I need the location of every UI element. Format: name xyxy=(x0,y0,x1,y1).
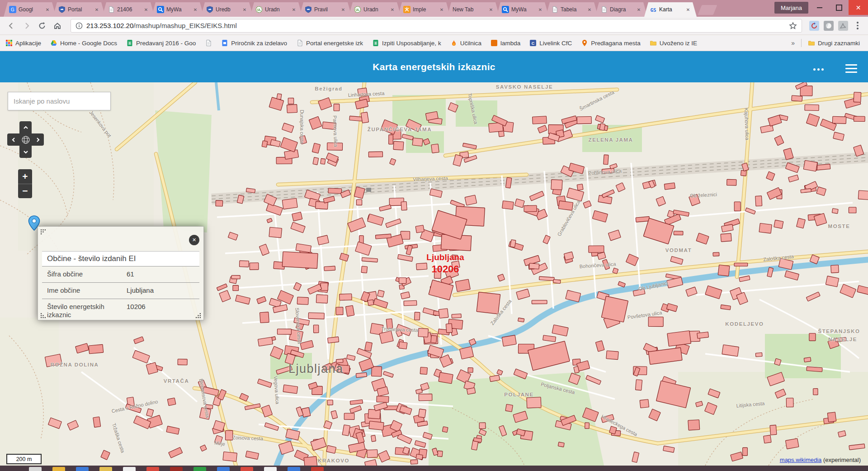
tab-close-icon[interactable] xyxy=(488,6,494,13)
bookmark-star-icon[interactable] xyxy=(789,22,797,30)
hamburger-menu-icon[interactable] xyxy=(845,64,857,73)
other-bookmarks-folder[interactable]: Drugi zaznamki xyxy=(808,39,860,47)
taskbar-app-icon[interactable] xyxy=(264,467,277,471)
tab-uredb[interactable]: Uredb xyxy=(201,2,253,17)
pan-up-button[interactable] xyxy=(19,121,32,133)
close-button[interactable] xyxy=(849,0,868,15)
bookmark-home-google-docs[interactable]: Home - Google Docs xyxy=(50,39,117,47)
pan-left-button[interactable] xyxy=(7,133,19,146)
tab-uradn[interactable]: ULUradn xyxy=(250,2,302,17)
tab-close-icon[interactable] xyxy=(537,6,543,13)
tab-close-icon[interactable] xyxy=(241,6,248,13)
bookmark-livelink-cfc[interactable]: CLivelink CfC xyxy=(529,39,572,47)
svg-text:GS: GS xyxy=(650,7,656,13)
taskbar-app-icon[interactable] xyxy=(193,467,206,471)
header-ellipsis-icon[interactable] xyxy=(813,68,824,71)
bookmark-portal-energetske-izk[interactable]: Portal energetske izk xyxy=(296,39,363,47)
tab-googl[interactable]: GGoogl xyxy=(4,2,56,17)
tab-uradn[interactable]: ULUradn xyxy=(349,2,401,17)
tab-close-icon[interactable] xyxy=(291,6,297,13)
taskbar-app-icon[interactable] xyxy=(217,467,230,471)
tab-diagra[interactable]: Diagra xyxy=(595,2,647,17)
bookmark-lambda[interactable]: lambda xyxy=(491,39,520,47)
taskbar-app-icon[interactable] xyxy=(99,467,112,471)
tab-close-icon[interactable] xyxy=(586,6,593,13)
tab-label: Diagra xyxy=(610,6,633,13)
pan-right-button[interactable] xyxy=(32,133,44,146)
globe-icon[interactable] xyxy=(19,133,32,146)
url-host: 213.253.102.20 xyxy=(86,22,133,29)
tab-close-icon[interactable] xyxy=(143,6,149,13)
browser-menu-icon[interactable] xyxy=(852,19,863,33)
taskbar-app-icon[interactable] xyxy=(76,467,89,471)
sync-extension-icon[interactable] xyxy=(807,19,821,33)
bookmark-label: lambda xyxy=(500,40,520,47)
taskbar-app-icon[interactable] xyxy=(170,467,183,471)
svg-text:UL: UL xyxy=(257,8,261,11)
zoom-out-button[interactable]: − xyxy=(18,184,32,199)
windows-taskbar[interactable] xyxy=(0,466,868,471)
pan-down-button[interactable] xyxy=(19,146,32,158)
taskbar-app-icon[interactable] xyxy=(123,467,136,471)
url-path: /mashup/mashup_EIKS/EIKS.html xyxy=(133,22,236,29)
pan-control xyxy=(7,121,44,158)
restore-button[interactable] xyxy=(829,0,849,15)
profile-chip[interactable]: Marjana xyxy=(774,2,808,14)
popup-close-button[interactable] xyxy=(189,235,199,245)
tab-karta[interactable]: GSKarta xyxy=(644,2,697,17)
resize-grip-icon[interactable] xyxy=(195,313,201,319)
tab-close-icon[interactable] xyxy=(44,6,51,13)
taskbar-app-icon[interactable] xyxy=(29,467,42,471)
taskbar-app-icon[interactable] xyxy=(52,467,65,471)
url-text: 213.253.102.20/mashup/mashup_EIKS/EIKS.h… xyxy=(86,22,789,29)
flame-icon xyxy=(450,39,458,47)
attribution-link[interactable]: maps.wikimedia xyxy=(780,457,821,463)
tab-close-icon[interactable] xyxy=(685,6,691,13)
bookmark-label: Predavanj 2016 - Goo xyxy=(136,40,196,47)
taskbar-app-icon[interactable] xyxy=(288,467,300,471)
tab-close-icon[interactable] xyxy=(192,6,198,13)
acrobat-extension-icon[interactable] xyxy=(836,19,850,33)
tab-close-icon[interactable] xyxy=(340,6,346,13)
reload-icon[interactable] xyxy=(35,19,49,33)
drag-grip-icon[interactable] xyxy=(40,313,46,319)
drag-grip-icon[interactable] xyxy=(40,229,46,235)
bookmarks-overflow-chevron[interactable]: » xyxy=(791,39,795,47)
circle-extension-icon[interactable] xyxy=(822,19,835,33)
tab-tabela[interactable]: Tabela xyxy=(546,2,598,17)
forward-icon[interactable] xyxy=(20,19,33,33)
tab-label: Tabela xyxy=(561,6,584,13)
bookmark-u-ilnica[interactable]: Učilnica xyxy=(450,39,481,47)
zoom-in-button[interactable]: + xyxy=(18,169,32,184)
tab-imple[interactable]: Imple xyxy=(398,2,450,17)
bookmark-untitled[interactable] xyxy=(205,39,212,47)
bookmark-izpiti-usposabljanje-k[interactable]: Izpiti Usposabljanje, k xyxy=(372,39,441,47)
minimize-button[interactable] xyxy=(810,0,829,15)
taskbar-app-icon[interactable] xyxy=(311,467,324,471)
search-input[interactable] xyxy=(8,92,110,110)
address-bar[interactable]: 213.253.102.20/mashup/mashup_EIKS/EIKS.h… xyxy=(71,19,802,33)
tab-mywa[interactable]: MyWa xyxy=(151,2,204,17)
bookmark-uvo-eno-iz-ie[interactable]: Uvoženo iz IE xyxy=(650,39,697,47)
bookmark-aplikacije[interactable]: Aplikacije xyxy=(5,39,41,47)
tab-21406[interactable]: 21406 xyxy=(102,2,155,17)
back-icon[interactable] xyxy=(5,19,18,33)
home-icon[interactable] xyxy=(51,19,64,33)
tab-close-icon[interactable] xyxy=(94,6,100,13)
tab-mywa[interactable]: MyWa xyxy=(496,2,549,17)
taskbar-app-icon[interactable] xyxy=(241,467,253,471)
info-icon[interactable] xyxy=(75,22,83,29)
bookmark-predavanj-2016-goo[interactable]: Predavanj 2016 - Goo xyxy=(126,39,196,47)
bookmark-priro-nik-za-izdelavo[interactable]: Priročnik za izdelavo xyxy=(221,39,287,47)
taskbar-app-icon[interactable] xyxy=(146,467,159,471)
tab-portal[interactable]: Portal xyxy=(53,2,105,17)
tab-pravil[interactable]: Pravil xyxy=(299,2,352,17)
tab-close-icon[interactable] xyxy=(439,6,445,13)
tab-new-tab[interactable]: New Tab xyxy=(447,2,500,17)
tab-close-icon[interactable] xyxy=(389,6,396,13)
new-tab-button[interactable] xyxy=(698,5,717,15)
map-attribution: maps.wikimedia (experimental) xyxy=(780,457,861,463)
search-blue-icon xyxy=(157,6,164,13)
tab-close-icon[interactable] xyxy=(636,6,642,13)
bookmark-predlagana-mesta[interactable]: Predlagana mesta xyxy=(581,39,641,47)
